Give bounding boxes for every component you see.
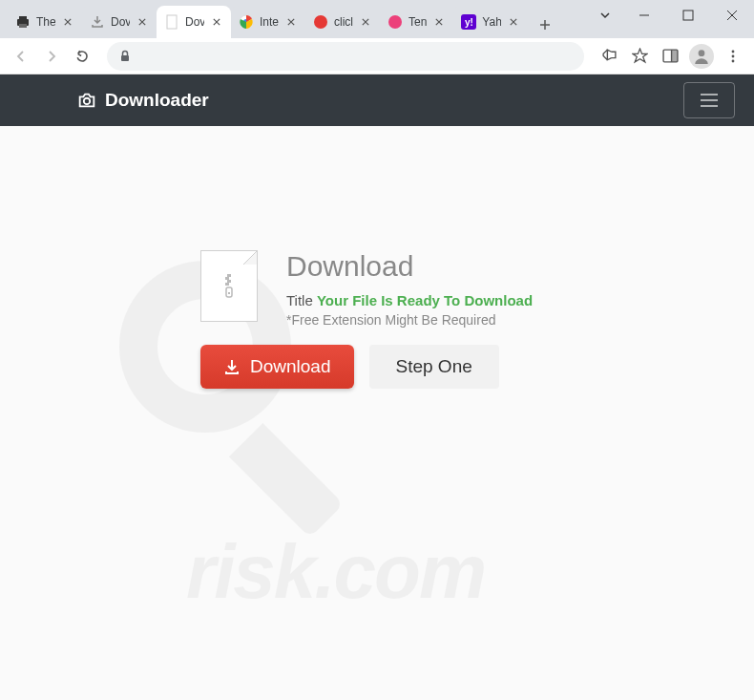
side-panel-button[interactable] [657, 43, 683, 70]
svg-rect-6 [683, 11, 693, 20]
share-button[interactable] [596, 43, 622, 70]
tab-2-active[interactable]: Dov [157, 6, 231, 38]
title-text: Your File Is Ready To Download [317, 292, 533, 308]
close-icon[interactable] [507, 15, 520, 29]
blank-file-icon [164, 14, 179, 30]
tabs-dropdown-button[interactable] [588, 0, 622, 31]
svg-rect-17 [225, 277, 229, 280]
svg-rect-10 [671, 50, 677, 62]
svg-rect-1 [19, 16, 27, 20]
svg-rect-7 [121, 55, 129, 61]
svg-rect-16 [227, 274, 231, 277]
close-window-button[interactable] [710, 0, 754, 31]
chrome-icon [239, 14, 254, 30]
pink-circle-icon [387, 14, 403, 30]
address-bar[interactable] [107, 42, 584, 71]
svg-rect-2 [19, 24, 27, 28]
brand-text: Downloader [105, 90, 209, 111]
navbar-brand[interactable]: Downloader [76, 90, 209, 111]
menu-button[interactable] [720, 43, 746, 70]
person-icon [693, 48, 710, 65]
download-icon [90, 14, 105, 30]
card-note: *Free Extension Might Be Required [286, 312, 533, 328]
maximize-button[interactable] [666, 0, 710, 31]
bookmark-button[interactable] [626, 43, 653, 70]
download-button[interactable]: Download [200, 345, 354, 389]
hamburger-icon [698, 89, 721, 112]
svg-rect-19 [225, 283, 229, 286]
lock-icon [118, 50, 132, 63]
tab-title: Ten [408, 15, 427, 29]
camera-icon [76, 90, 97, 111]
step-one-button[interactable]: Step One [369, 345, 499, 389]
svg-point-12 [732, 50, 735, 53]
tab-4[interactable]: clicl [305, 6, 380, 38]
tab-title: Inte [260, 15, 279, 29]
step-button-label: Step One [396, 356, 472, 376]
download-icon [223, 358, 241, 375]
tab-title: Yah [482, 15, 501, 29]
tab-title: Dov [111, 15, 130, 29]
card-title-line: Title Your File Is Ready To Download [286, 292, 533, 308]
page-content: risk.com Download Title Your File Is Rea… [0, 126, 754, 700]
back-button[interactable] [8, 43, 34, 70]
printer-icon [15, 14, 31, 30]
close-icon[interactable] [284, 15, 298, 29]
navbar-toggler[interactable] [683, 82, 735, 118]
svg-rect-18 [227, 280, 231, 283]
red-circle-icon [313, 14, 328, 30]
tab-3[interactable]: Inte [231, 6, 305, 38]
download-card: Download Title Your File Is Ready To Dow… [200, 250, 533, 389]
svg-rect-3 [167, 15, 177, 29]
close-icon[interactable] [432, 15, 446, 29]
svg-point-13 [732, 54, 735, 57]
forward-button[interactable] [38, 43, 65, 70]
window-controls [588, 0, 754, 31]
minimize-button[interactable] [622, 0, 666, 31]
svg-point-11 [699, 50, 705, 56]
tab-1[interactable]: Dov [82, 6, 157, 38]
tab-6[interactable]: y! Yah [453, 6, 528, 38]
close-icon[interactable] [359, 15, 372, 29]
tab-title: Dov [185, 15, 204, 29]
close-icon[interactable] [61, 15, 74, 29]
page-navbar: Downloader [0, 74, 754, 126]
tab-5[interactable]: Ten [380, 6, 453, 38]
yahoo-icon: y! [461, 14, 476, 30]
svg-point-15 [84, 98, 90, 104]
title-label: Title [286, 292, 313, 308]
zip-file-icon [200, 250, 258, 322]
close-icon[interactable] [210, 15, 223, 29]
new-tab-button[interactable] [532, 11, 558, 38]
tab-title: The [36, 15, 55, 29]
tab-0[interactable]: The [8, 6, 82, 38]
browser-toolbar [0, 38, 754, 74]
reload-button[interactable] [69, 43, 95, 70]
svg-point-14 [732, 59, 735, 62]
svg-rect-21 [228, 292, 230, 294]
card-heading: Download [286, 250, 533, 283]
watermark: risk.com [43, 175, 711, 652]
tab-title: clicl [334, 15, 353, 29]
dots-vertical-icon [725, 49, 741, 64]
profile-button[interactable] [689, 44, 714, 69]
close-icon[interactable] [136, 15, 149, 29]
download-button-label: Download [250, 356, 331, 377]
